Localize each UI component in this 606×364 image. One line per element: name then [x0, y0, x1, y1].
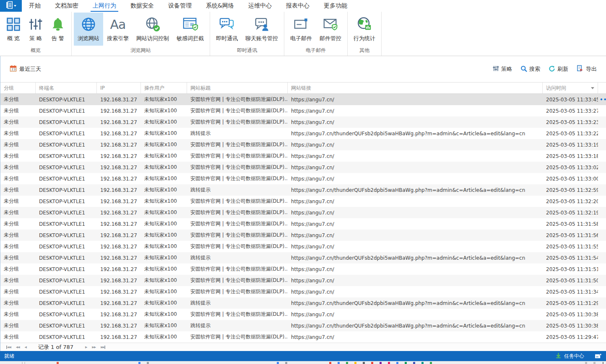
- column-filter-dropdown-icon[interactable]: [591, 87, 594, 89]
- next-record-button[interactable]: ▶: [83, 346, 89, 349]
- cell-site-link: https://angu7.cn/: [288, 142, 543, 148]
- last-page-button[interactable]: ▶▶: [98, 346, 108, 349]
- mail-control-button[interactable]: 邮件管控: [316, 13, 345, 46]
- col-header-visit-time[interactable]: 访问时间: [543, 83, 598, 93]
- table-row[interactable]: 未分组 DESKTOP-VLKTLE1 192.168.31.27 未知玩家x1…: [0, 230, 606, 241]
- col-header-terminal[interactable]: 终端名: [36, 83, 97, 93]
- refresh-action-button[interactable]: 刷新: [549, 65, 568, 73]
- cell-user: 未知玩家x100: [141, 96, 187, 103]
- table-row[interactable]: 未分组 DESKTOP-VLKTLE1 192.168.31.27 未知玩家x1…: [0, 150, 606, 162]
- search-action-button[interactable]: 搜索: [520, 65, 540, 73]
- col-header-site-title[interactable]: 网站标题: [187, 83, 288, 93]
- behavior-stats-button[interactable]: 行为统计: [350, 13, 379, 46]
- tab-device-management[interactable]: 设备管理: [161, 0, 199, 12]
- table-row[interactable]: 未分组 DESKTOP-VLKTLE1 192.168.31.27 未知玩家x1…: [0, 263, 606, 275]
- site-access-control-button[interactable]: 网站访问控制: [133, 13, 173, 46]
- alert-button[interactable]: 告 警: [47, 13, 69, 46]
- table-row[interactable]: 未分组 DESKTOP-VLKTLE1 192.168.31.27 未知玩家x1…: [0, 207, 606, 218]
- table-row[interactable]: 未分组 DESKTOP-VLKTLE1 192.168.31.27 未知玩家x1…: [0, 297, 606, 309]
- tab-doc-encryption[interactable]: 文档加密: [48, 0, 86, 12]
- tab-data-security[interactable]: 数据安全: [123, 0, 161, 12]
- policy-action-button[interactable]: 策略: [493, 65, 512, 73]
- cell-visit-time: 2025-03-05 11:32:20: [543, 199, 598, 204]
- tab-ops-center[interactable]: 运维中心: [241, 0, 279, 12]
- col-header-group[interactable]: 分组: [0, 83, 36, 93]
- ribbon-group-label: 浏览网站: [73, 46, 208, 56]
- menu-bar: 开始 文档加密 上网行为 数据安全 设备管理 系统&网络 运维中心 报表中心 更…: [0, 0, 606, 12]
- instant-message-button[interactable]: 即时通讯: [212, 13, 242, 46]
- table-row[interactable]: 未分组 DESKTOP-VLKTLE1 192.168.31.27 未知玩家x1…: [0, 252, 606, 263]
- filter-bar-actions: 策略 搜索 刷新 导出: [493, 65, 597, 73]
- cell-visit-time: 2025-03-05 11:31:58: [543, 221, 598, 227]
- table-row[interactable]: 未分组 DESKTOP-VLKTLE1 192.168.31.27 未知玩家x1…: [0, 116, 606, 128]
- first-page-button[interactable]: ◀◀: [4, 346, 13, 349]
- cell-ip: 192.168.31.27: [97, 131, 141, 137]
- chat-account-control-button[interactable]: 聊天账号管控: [242, 13, 282, 46]
- table-row[interactable]: 未分组 DESKTOP-VLKTLE1 192.168.31.27 未知玩家x1…: [0, 162, 606, 173]
- cell-site-title: 安固软件官网 | 专注公司数据防泄漏(DLP)...: [187, 175, 288, 182]
- col-header-user[interactable]: 操作用户: [141, 83, 187, 93]
- cell-ip: 192.168.31.27: [97, 142, 141, 148]
- cell-ip: 192.168.31.27: [97, 176, 141, 182]
- table-row[interactable]: 未分组 DESKTOP-VLKTLE1 192.168.31.27 未知玩家x1…: [0, 331, 606, 343]
- email-button[interactable]: 电子邮件: [286, 13, 316, 46]
- app-menu-button[interactable]: [0, 0, 22, 12]
- message-icon[interactable]: [595, 354, 602, 359]
- table-row[interactable]: 未分组 DESKTOP-VLKTLE1 192.168.31.27 未知玩家x1…: [0, 105, 606, 116]
- cell-group: 未分组: [0, 141, 36, 148]
- table-row[interactable]: 未分组 DESKTOP-VLKTLE1 192.168.31.27 未知玩家x1…: [0, 275, 606, 286]
- overview-button[interactable]: 概 览: [2, 13, 25, 46]
- cell-terminal: DESKTOP-VLKTLE1: [36, 199, 97, 204]
- cell-group: 未分组: [0, 277, 36, 284]
- policy-button[interactable]: 策 略: [25, 13, 47, 46]
- col-header-site-link[interactable]: 网站链接: [288, 83, 543, 93]
- cell-user: 未知玩家x100: [141, 209, 187, 216]
- next-fast-button[interactable]: ▶▶: [89, 346, 98, 349]
- content-area: 23 最近三天 策略 搜索: [0, 56, 606, 351]
- sensitive-word-block-button[interactable]: 敏感词拦截: [173, 13, 208, 46]
- row-actions-button[interactable]: •••: [598, 97, 606, 103]
- date-range-filter[interactable]: 23 最近三天: [10, 65, 41, 73]
- cell-site-title: 安固软件官网 | 专注公司数据防泄漏(DLP)...: [187, 141, 288, 148]
- cell-visit-time: 2025-03-05 11:30:38: [543, 312, 598, 318]
- table-row[interactable]: 未分组 DESKTOP-VLKTLE1 192.168.31.27 未知玩家x1…: [0, 218, 606, 230]
- ribbon-group-overview: 概 览 策 略 告 警 概览: [0, 12, 72, 56]
- table-body: 未分组 DESKTOP-VLKTLE1 192.168.31.27 未知玩家x1…: [0, 94, 606, 343]
- tab-more-features[interactable]: 更多功能: [317, 0, 354, 12]
- col-header-ip[interactable]: IP: [97, 83, 141, 93]
- cell-visit-time: 2025-03-05 11:31:29: [543, 300, 598, 306]
- task-center-button[interactable]: 任务中心: [555, 352, 584, 360]
- table-row[interactable]: 未分组 DESKTOP-VLKTLE1 192.168.31.27 未知玩家x1…: [0, 128, 606, 139]
- cell-user: 未知玩家x100: [141, 232, 187, 239]
- cell-user: 未知玩家x100: [141, 322, 187, 329]
- table-row[interactable]: 未分组 DESKTOP-VLKTLE1 192.168.31.27 未知玩家x1…: [0, 196, 606, 207]
- cell-terminal: DESKTOP-VLKTLE1: [36, 131, 97, 137]
- cell-terminal: DESKTOP-VLKTLE1: [36, 176, 97, 182]
- table-row[interactable]: 未分组 DESKTOP-VLKTLE1 192.168.31.27 未知玩家x1…: [0, 309, 606, 320]
- cell-ip: 192.168.31.27: [97, 334, 141, 340]
- prev-fast-button[interactable]: ◀◀: [13, 346, 22, 349]
- svg-text:23: 23: [11, 67, 16, 71]
- cell-site-title: 安固软件官网 | 专注公司数据防泄漏(DLP)...: [187, 152, 288, 160]
- table-row[interactable]: 未分组 DESKTOP-VLKTLE1 192.168.31.27 未知玩家x1…: [0, 320, 606, 331]
- export-action-button[interactable]: 导出: [577, 65, 597, 73]
- table-row[interactable]: 未分组 DESKTOP-VLKTLE1 192.168.31.27 未知玩家x1…: [0, 173, 606, 184]
- table-row[interactable]: 未分组 DESKTOP-VLKTLE1 192.168.31.27 未知玩家x1…: [0, 94, 606, 105]
- tab-system-network[interactable]: 系统&网络: [199, 0, 241, 12]
- cell-site-title: 跳转提示: [187, 254, 288, 261]
- prev-record-button[interactable]: ◀: [22, 346, 29, 349]
- table-row[interactable]: 未分组 DESKTOP-VLKTLE1 192.168.31.27 未知玩家x1…: [0, 241, 606, 252]
- search-engine-button[interactable]: Aa 搜索引擎: [103, 13, 133, 46]
- tab-start[interactable]: 开始: [22, 0, 48, 12]
- table-row[interactable]: 未分组 DESKTOP-VLKTLE1 192.168.31.27 未知玩家x1…: [0, 286, 606, 297]
- browse-website-button[interactable]: 浏览网站: [74, 13, 103, 46]
- col-header-spacer: [598, 83, 606, 93]
- table-row[interactable]: 未分组 DESKTOP-VLKTLE1 192.168.31.27 未知玩家x1…: [0, 139, 606, 150]
- cell-group: 未分组: [0, 254, 36, 261]
- tab-internet-behavior[interactable]: 上网行为: [86, 0, 123, 12]
- table-row[interactable]: 未分组 DESKTOP-VLKTLE1 192.168.31.27 未知玩家x1…: [0, 184, 606, 196]
- tab-report-center[interactable]: 报表中心: [279, 0, 317, 12]
- date-range-label: 最近三天: [19, 65, 41, 73]
- cell-group: 未分组: [0, 175, 36, 182]
- cell-ip: 192.168.31.27: [97, 289, 141, 295]
